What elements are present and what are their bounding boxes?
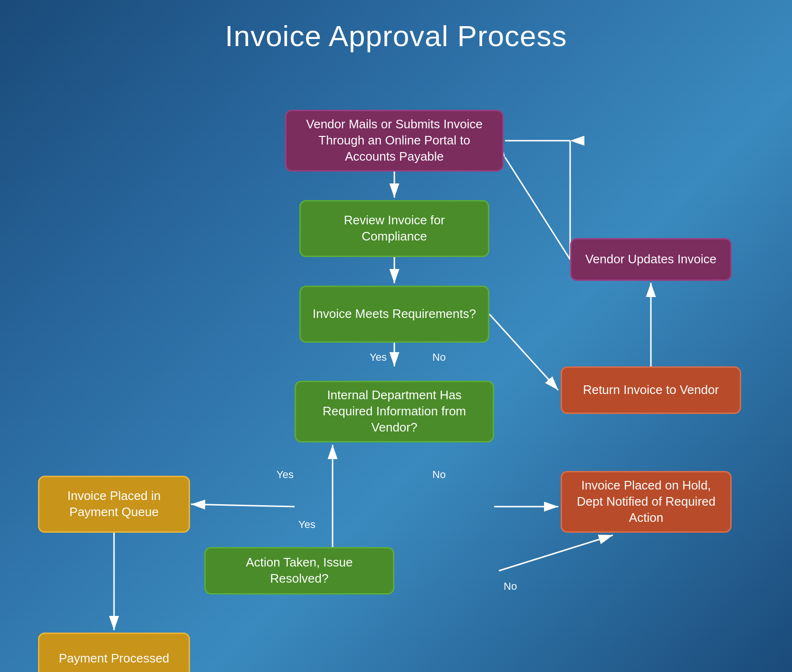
vendor-updates-node: Vendor Updates Invoice (570, 238, 732, 281)
payment-queue-node: Invoice Placed in Payment Queue (38, 476, 190, 533)
yes-label-1: Yes (370, 351, 387, 364)
yes-label-3: Yes (298, 518, 315, 531)
no-label-3: No (504, 580, 517, 593)
svg-line-7 (505, 157, 570, 259)
svg-line-5 (489, 314, 558, 390)
payment-processed-node: Payment Processed (38, 633, 190, 672)
yes-label-2: Yes (277, 469, 294, 481)
action-taken-node: Action Taken, Issue Resolved? (204, 547, 394, 595)
no-label-1: No (432, 351, 446, 364)
internal-dept-node: Internal Department Has Required Informa… (295, 381, 494, 442)
meets-requirements-node: Invoice Meets Requirements? (299, 286, 489, 343)
vendor-submit-node: Vendor Mails or Submits Invoice Through … (285, 110, 504, 172)
svg-line-12 (499, 535, 613, 571)
review-node: Review Invoice for Compliance (299, 200, 489, 257)
flowchart: Vendor Mails or Submits Invoice Through … (0, 62, 792, 671)
no-label-2: No (432, 469, 446, 481)
return-vendor-node: Return Invoice to Vendor (561, 366, 741, 414)
hold-node: Invoice Placed on Hold, Dept Notified of… (561, 471, 732, 533)
svg-line-8 (191, 504, 295, 507)
page-title: Invoice Approval Process (0, 0, 792, 62)
